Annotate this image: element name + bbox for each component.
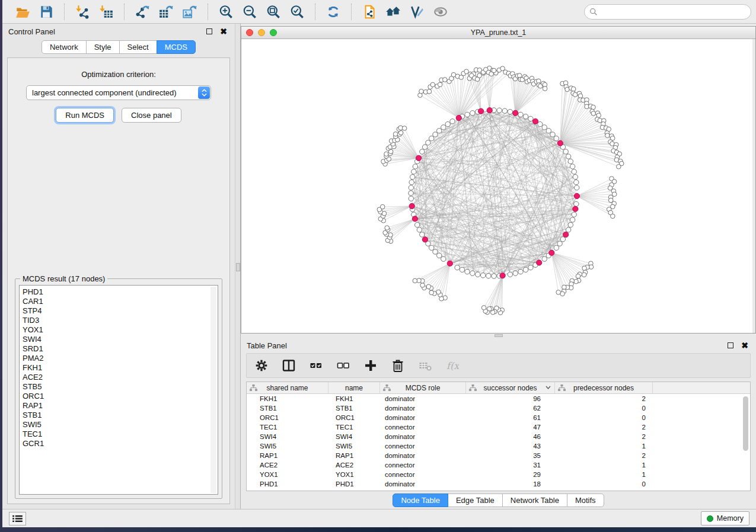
network-canvas[interactable] — [241, 39, 752, 333]
float-panel-button[interactable] — [204, 26, 215, 37]
column-header-successor-nodes[interactable]: successor nodes — [466, 382, 555, 393]
close-panel-button[interactable]: ✖ — [218, 26, 229, 37]
delete-column-icon[interactable] — [391, 359, 404, 372]
mcds-result-item[interactable]: RAP1 — [23, 401, 218, 411]
search-box[interactable] — [584, 4, 751, 20]
refresh-layout-icon[interactable] — [321, 3, 345, 21]
mcds-result-item[interactable]: SRD1 — [23, 344, 218, 354]
mcds-result-item[interactable]: FKH1 — [23, 363, 218, 373]
table-row[interactable]: PHD1PHD1dominator180 — [247, 479, 750, 489]
mcds-result-item[interactable]: ACE2 — [23, 373, 218, 382]
share-document-icon[interactable] — [358, 3, 381, 21]
mcds-result-item[interactable]: CAR1 — [23, 297, 218, 306]
cell-successor-nodes: 47 — [466, 424, 555, 431]
table-tab-motifs[interactable]: Motifs — [567, 493, 604, 507]
mcds-result-item[interactable]: STP4 — [23, 306, 218, 316]
mcds-result-group: MCDS result (17 nodes) PHD1CAR1STP4TID3Y… — [15, 278, 222, 499]
float-table-panel-button[interactable] — [725, 340, 736, 351]
table-row[interactable]: ORC1ORC1dominator610 — [247, 413, 750, 422]
open-file-icon[interactable] — [11, 3, 34, 21]
memory-status-icon — [707, 515, 713, 522]
tab-mcds[interactable]: MCDS — [157, 40, 196, 54]
zoom-selected-icon[interactable] — [285, 3, 309, 21]
import-table-icon[interactable] — [94, 3, 118, 21]
toolbar-group — [7, 0, 62, 23]
tab-select[interactable]: Select — [119, 40, 157, 54]
import-network-icon[interactable] — [71, 3, 94, 21]
network-home-icon[interactable] — [381, 3, 405, 21]
table-row[interactable]: FKH1FKH1dominator962 — [247, 394, 750, 403]
cell-shared-name: ACE2 — [247, 462, 328, 469]
add-column-icon[interactable] — [364, 359, 377, 372]
column-header-name[interactable]: name — [328, 382, 380, 393]
splitter-grip[interactable] — [236, 263, 240, 271]
close-panel-action-button[interactable]: Close panel — [122, 108, 181, 123]
memory-button[interactable]: Memory — [701, 511, 749, 525]
zoom-in-icon[interactable] — [214, 3, 238, 21]
mcds-result-item[interactable]: SWI4 — [23, 335, 218, 344]
mcds-result-item[interactable]: ORC1 — [23, 392, 218, 401]
cell-successor-nodes: 18 — [466, 480, 555, 488]
show-columns-icon[interactable] — [282, 359, 295, 372]
table-row[interactable]: STB1STB1dominator620 — [247, 403, 750, 413]
table-scrollbar[interactable] — [743, 396, 748, 451]
mcds-result-item[interactable]: SWI5 — [23, 420, 218, 430]
search-input[interactable] — [601, 7, 746, 16]
toolbar-separator — [64, 4, 65, 20]
network-window-title: YPA_prune.txt_1 — [241, 28, 755, 37]
table-settings-icon[interactable] — [255, 359, 268, 372]
table-row[interactable]: ACE2ACE2connector311 — [247, 460, 750, 470]
optimization-criterion-select[interactable]: largest connected component (undirected) — [26, 85, 211, 100]
mcds-result-item[interactable]: TEC1 — [23, 430, 218, 439]
zoom-fit-icon[interactable] — [261, 3, 285, 21]
mcds-result-item[interactable]: GCR1 — [23, 439, 218, 448]
mcds-result-item[interactable]: STB5 — [23, 382, 218, 392]
column-header-MCDS-role[interactable]: MCDS role — [380, 382, 466, 393]
mcds-result-item[interactable]: TID3 — [23, 316, 218, 325]
app-window: Control Panel ✖ NetworkStyleSelectMCDS O… — [2, 0, 756, 527]
clear-selection-icon[interactable] — [337, 359, 350, 372]
mcds-result-item[interactable]: PMA2 — [23, 354, 218, 363]
column-header-predecessor-nodes[interactable]: predecessor nodes — [555, 382, 653, 393]
table-toolbar: f(x) — [246, 353, 751, 378]
table-tab-edge-table[interactable]: Edge Table — [448, 493, 503, 507]
export-image-icon[interactable] — [178, 3, 202, 21]
mcds-result-item[interactable]: PHD1 — [23, 287, 218, 297]
cell-shared-name: YOX1 — [247, 471, 328, 478]
vertical-splitter[interactable] — [235, 24, 241, 509]
run-mcds-button[interactable]: Run MCDS — [56, 108, 114, 123]
export-table-icon[interactable] — [154, 3, 178, 21]
horizontal-splitter[interactable] — [241, 334, 756, 338]
save-session-icon[interactable] — [34, 3, 58, 21]
network-window-titlebar: YPA_prune.txt_1 — [241, 27, 755, 39]
table-row[interactable]: RAP1RAP1dominator352 — [247, 451, 750, 460]
show-hide-icon[interactable] — [429, 3, 452, 21]
cell-predecessor-nodes: 2 — [555, 395, 653, 402]
tab-style[interactable]: Style — [86, 40, 120, 54]
cell-shared-name: FKH1 — [247, 395, 328, 402]
column-header-shared-name[interactable]: shared name — [247, 382, 328, 393]
tab-network[interactable]: Network — [42, 40, 87, 54]
table-row[interactable]: YOX1YOX1connector291 — [247, 470, 750, 479]
cell-MCDS-role: dominator — [380, 405, 466, 412]
splitter-grip-h[interactable] — [495, 334, 503, 337]
mcds-result-item[interactable]: YOX1 — [23, 325, 218, 335]
cell-shared-name: SWI4 — [247, 433, 328, 440]
cell-predecessor-nodes: 1 — [555, 443, 653, 450]
cell-MCDS-role: dominator — [380, 433, 466, 440]
zoom-out-icon[interactable] — [238, 3, 261, 21]
toolbar-group — [318, 0, 349, 23]
mcds-result-list[interactable]: PHD1CAR1STP4TID3YOX1SWI4SRD1PMA2FKH1ACE2… — [19, 285, 218, 495]
close-table-panel-button[interactable]: ✖ — [739, 340, 750, 351]
table-panel: Table Panel ✖ f(x) shared namenameMCDS r… — [241, 338, 756, 509]
table-row[interactable]: TEC1TEC1connector472 — [247, 422, 750, 432]
task-history-button[interactable] — [9, 512, 26, 525]
select-all-icon[interactable] — [310, 359, 323, 372]
export-network-icon[interactable] — [130, 3, 154, 21]
table-row[interactable]: SWI4SWI4dominator462 — [247, 432, 750, 441]
mcds-result-item[interactable]: STB1 — [23, 411, 218, 420]
table-tab-node-table[interactable]: Node Table — [393, 493, 448, 507]
table-row[interactable]: SWI5SWI5connector431 — [247, 441, 750, 451]
vizmapper-icon[interactable] — [405, 3, 429, 21]
table-tab-network-table[interactable]: Network Table — [502, 493, 567, 507]
